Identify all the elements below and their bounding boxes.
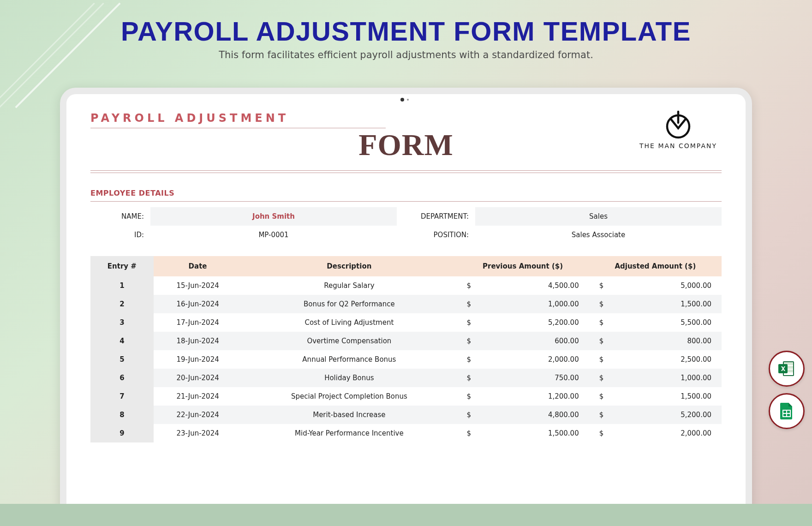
table-row: 822-Jun-2024Merit-based Increase$4,800.0… [90,406,722,424]
cell-description: Overtime Compensation [242,332,456,350]
employee-details-grid: NAME: John Smith DEPARTMENT: Sales ID: M… [90,207,722,244]
table-row: 721-Jun-2024Special Project Completion B… [90,387,722,406]
cell-description: Mid-Year Performance Incentive [242,424,456,442]
col-date: Date [154,256,242,276]
cell-description: Bonus for Q2 Performance [242,295,456,313]
table-row: 620-Jun-2024Holiday Bonus$750.00$1,000.0… [90,369,722,387]
page-title: PAYROLL ADJUSTMENT FORM TEMPLATE [18,16,794,47]
table-row: 418-Jun-2024Overtime Compensation$600.00… [90,332,722,350]
page-header: PAYROLL ADJUSTMENT FORM TEMPLATE This fo… [0,0,812,69]
cell-adjusted-amount: $2,000.00 [589,424,722,442]
divider [90,173,722,173]
adjustment-table: Entry # Date Description Previous Amount… [90,256,722,442]
col-entry: Entry # [90,256,154,276]
cell-date: 19-Jun-2024 [154,350,242,369]
cell-entry: 9 [90,424,154,442]
cell-entry: 3 [90,313,154,332]
cell-adjusted-amount: $800.00 [589,332,722,350]
cell-description: Special Project Completion Bonus [242,387,456,406]
cell-entry: 5 [90,350,154,369]
cell-date: 23-Jun-2024 [154,424,242,442]
sheets-button[interactable] [769,393,805,429]
cell-date: 22-Jun-2024 [154,406,242,424]
logo-icon [663,110,693,139]
cell-entry: 7 [90,387,154,406]
cell-adjusted-amount: $1,500.00 [589,295,722,313]
cell-entry: 6 [90,369,154,387]
cell-previous-amount: $1,200.00 [456,387,589,406]
table-row: 216-Jun-2024Bonus for Q2 Performance$1,0… [90,295,722,313]
cell-date: 21-Jun-2024 [154,387,242,406]
cell-date: 18-Jun-2024 [154,332,242,350]
tablet-frame: PAYROLL ADJUSTMENT FORM THE MAN COMPANY … [60,88,752,526]
cell-previous-amount: $5,200.00 [456,313,589,332]
employee-section: EMPLOYEE DETAILS NAME: John Smith DEPART… [90,189,722,442]
cell-date: 20-Jun-2024 [154,369,242,387]
department-value: Sales [475,207,722,226]
cell-date: 15-Jun-2024 [154,276,242,295]
col-previous: Previous Amount ($) [456,256,589,276]
table-header-row: Entry # Date Description Previous Amount… [90,256,722,276]
cell-description: Holiday Bonus [242,369,456,387]
id-value: MP-0001 [150,226,397,244]
google-sheets-icon [776,401,797,421]
cell-previous-amount: $600.00 [456,332,589,350]
document-small-title: PAYROLL ADJUSTMENT [90,112,722,126]
cell-adjusted-amount: $2,500.00 [589,350,722,369]
table-row: 317-Jun-2024Cost of Living Adjustment$5,… [90,313,722,332]
company-logo: THE MAN COMPANY [639,110,717,149]
cell-previous-amount: $1,000.00 [456,295,589,313]
document-header: PAYROLL ADJUSTMENT FORM THE MAN COMPANY [90,112,722,172]
format-icons [769,351,805,429]
camera-dot-icon [407,99,409,101]
cell-previous-amount: $2,000.00 [456,350,589,369]
cell-adjusted-amount: $5,000.00 [589,276,722,295]
cell-adjusted-amount: $5,500.00 [589,313,722,332]
excel-button[interactable] [769,351,805,387]
position-value: Sales Associate [475,226,722,244]
col-description: Description [242,256,456,276]
page-subtitle: This form facilitates efficient payroll … [18,49,794,60]
camera-icon [400,98,404,102]
cell-description: Annual Performance Bonus [242,350,456,369]
col-adjusted: Adjusted Amount ($) [589,256,722,276]
cell-previous-amount: $750.00 [456,369,589,387]
cell-description: Regular Salary [242,276,456,295]
footer-band [0,504,812,526]
id-label: ID: [90,226,150,244]
document-big-title: FORM [358,127,454,162]
position-label: POSITION: [397,226,475,244]
department-label: DEPARTMENT: [397,207,475,226]
cell-description: Merit-based Increase [242,406,456,424]
company-name: THE MAN COMPANY [639,142,717,149]
document: PAYROLL ADJUSTMENT FORM THE MAN COMPANY … [66,94,746,526]
cell-adjusted-amount: $5,200.00 [589,406,722,424]
cell-adjusted-amount: $1,500.00 [589,387,722,406]
excel-icon [776,359,797,379]
cell-description: Cost of Living Adjustment [242,313,456,332]
table-row: 115-Jun-2024Regular Salary$4,500.00$5,00… [90,276,722,295]
section-title: EMPLOYEE DETAILS [90,189,722,202]
cell-adjusted-amount: $1,000.00 [589,369,722,387]
cell-previous-amount: $1,500.00 [456,424,589,442]
cell-date: 16-Jun-2024 [154,295,242,313]
table-row: 519-Jun-2024Annual Performance Bonus$2,0… [90,350,722,369]
cell-entry: 2 [90,295,154,313]
cell-entry: 8 [90,406,154,424]
cell-previous-amount: $4,500.00 [456,276,589,295]
cell-entry: 1 [90,276,154,295]
cell-date: 17-Jun-2024 [154,313,242,332]
divider [90,128,386,128]
name-value: John Smith [150,207,397,226]
cell-previous-amount: $4,800.00 [456,406,589,424]
cell-entry: 4 [90,332,154,350]
table-row: 923-Jun-2024Mid-Year Performance Incenti… [90,424,722,442]
name-label: NAME: [90,207,150,226]
